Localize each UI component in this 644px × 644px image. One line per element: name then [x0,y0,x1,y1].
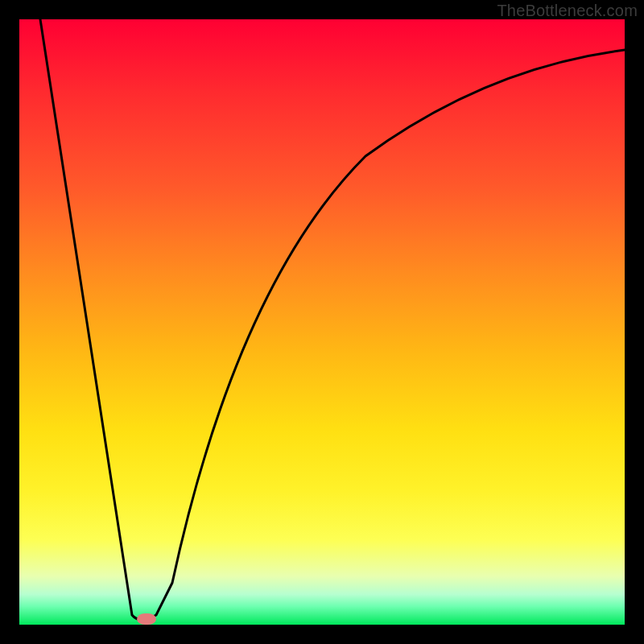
watermark-text: TheBottleneck.com [497,2,638,20]
bottleneck-curve [19,19,625,625]
optimal-marker [137,613,156,625]
chart-frame: TheBottleneck.com [0,0,644,644]
plot-area [19,19,625,625]
curve-path [40,19,625,620]
